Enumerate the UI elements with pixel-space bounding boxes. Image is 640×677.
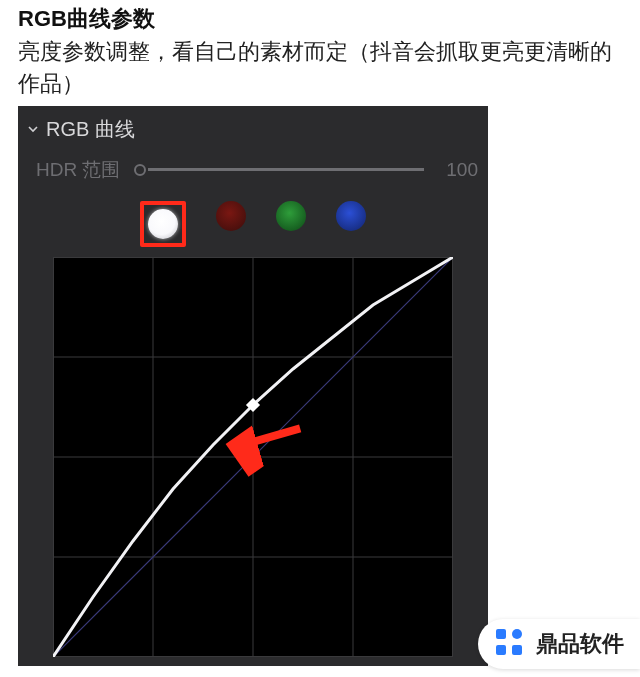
selected-channel-highlight [140, 201, 186, 247]
channel-red-button[interactable] [216, 201, 246, 231]
hdr-range-slider[interactable] [134, 164, 424, 176]
slider-track [148, 168, 424, 171]
watermark-logo-icon [492, 625, 526, 663]
chevron-down-icon [26, 122, 40, 136]
watermark-badge: 鼎品软件 [478, 619, 640, 669]
panel-title: RGB 曲线 [46, 116, 135, 143]
svg-rect-11 [512, 645, 522, 655]
curve-svg [53, 257, 453, 657]
article-heading: RGB曲线参数 [0, 0, 640, 36]
hdr-range-value: 100 [432, 159, 478, 181]
svg-rect-10 [496, 645, 506, 655]
hdr-range-label: HDR 范围 [36, 157, 126, 183]
channel-green-button[interactable] [276, 201, 306, 231]
svg-rect-9 [512, 629, 522, 639]
hdr-range-row: HDR 范围 100 [18, 151, 488, 189]
channel-blue-button[interactable] [336, 201, 366, 231]
svg-rect-8 [496, 629, 506, 639]
watermark-text: 鼎品软件 [536, 629, 624, 659]
panel-header[interactable]: RGB 曲线 [18, 106, 488, 151]
slider-handle-icon[interactable] [134, 164, 146, 176]
curve-editor[interactable] [53, 257, 453, 657]
article-body: 亮度参数调整，看自己的素材而定（抖音会抓取更亮更清晰的作品） [0, 36, 640, 106]
rgb-curves-panel: RGB 曲线 HDR 范围 100 [18, 106, 488, 666]
channel-white-button[interactable] [148, 209, 178, 239]
channel-selector-row [18, 189, 488, 257]
